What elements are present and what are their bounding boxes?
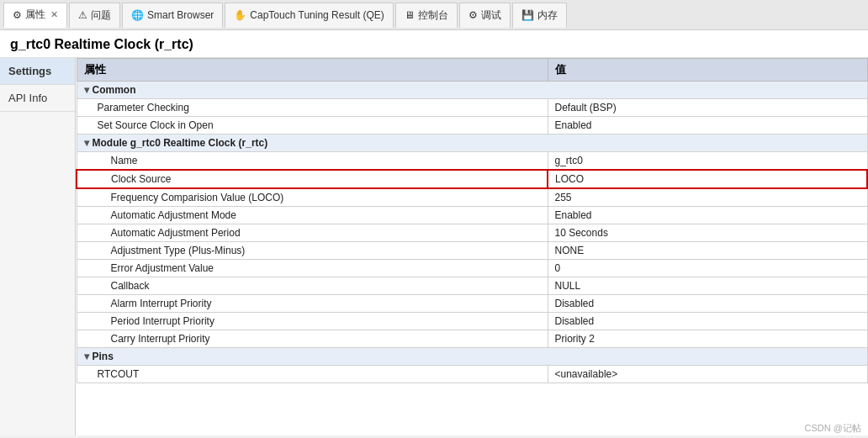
property-value: 255 bbox=[548, 188, 867, 207]
property-value: LOCO bbox=[548, 170, 867, 188]
table-row[interactable]: Error Adjustment Value0 bbox=[77, 260, 867, 277]
property-name: Adjustment Type (Plus-Minus) bbox=[77, 242, 548, 260]
table-row[interactable]: Parameter CheckingDefault (BSP) bbox=[77, 99, 867, 117]
table-row[interactable]: ▾Common bbox=[77, 82, 867, 99]
table-row[interactable]: Automatic Adjustment Period10 Seconds bbox=[77, 224, 867, 242]
tab-properties-label: 属性 bbox=[25, 8, 45, 22]
tab-console[interactable]: 🖥 控制台 bbox=[395, 3, 458, 28]
table-row[interactable]: Frequency Comparision Value (LOCO)255 bbox=[77, 188, 867, 207]
col2-header: 值 bbox=[548, 59, 867, 82]
tab-properties[interactable]: ⚙ 属性 ✕ bbox=[3, 3, 67, 28]
tab-close-button[interactable]: ✕ bbox=[50, 9, 58, 20]
debug-icon: ⚙ bbox=[468, 9, 478, 21]
table-row[interactable]: Nameg_rtc0 bbox=[77, 152, 867, 171]
property-name: Name bbox=[77, 152, 548, 171]
tab-captouch[interactable]: ✋ CapTouch Tuning Result (QE) bbox=[225, 3, 393, 28]
property-value: Enabled bbox=[548, 117, 867, 135]
table-row[interactable]: ▾Module g_rtc0 Realtime Clock (r_rtc) bbox=[77, 135, 867, 152]
table-row[interactable]: CallbackNULL bbox=[77, 277, 867, 295]
page-title: g_rtc0 Realtime Clock (r_rtc) bbox=[0, 30, 868, 58]
property-value: 10 Seconds bbox=[548, 224, 867, 242]
property-value: g_rtc0 bbox=[548, 152, 867, 171]
api-info-button[interactable]: API Info bbox=[0, 85, 75, 112]
section-label: ▾Pins bbox=[77, 348, 867, 366]
properties-table: 属性 值 ▾CommonParameter CheckingDefault (B… bbox=[76, 58, 868, 383]
col1-header: 属性 bbox=[77, 59, 548, 82]
section-label: ▾Common bbox=[77, 82, 867, 99]
property-name: Alarm Interrupt Priority bbox=[77, 295, 548, 313]
table-row[interactable]: Clock SourceLOCO bbox=[77, 170, 867, 188]
tab-smart-browser[interactable]: 🌐 Smart Browser bbox=[122, 3, 223, 28]
property-value: NONE bbox=[548, 242, 867, 260]
tab-debug[interactable]: ⚙ 调试 bbox=[459, 3, 511, 28]
console-icon: 🖥 bbox=[405, 9, 415, 21]
settings-button[interactable]: Settings bbox=[0, 58, 75, 85]
table-row[interactable]: RTCOUT<unavailable> bbox=[77, 366, 867, 383]
property-value: Priority 2 bbox=[548, 330, 867, 348]
tab-debug-label: 调试 bbox=[481, 8, 501, 23]
tab-problems-label: 问题 bbox=[91, 8, 111, 23]
problems-icon: ⚠ bbox=[78, 9, 87, 21]
property-name: Automatic Adjustment Period bbox=[77, 224, 548, 242]
property-name: Parameter Checking bbox=[77, 99, 548, 117]
tab-smart-browser-label: Smart Browser bbox=[147, 9, 214, 21]
table-row[interactable]: Alarm Interrupt PriorityDisabled bbox=[77, 295, 867, 313]
property-name: RTCOUT bbox=[77, 366, 548, 383]
property-name: Error Adjustment Value bbox=[77, 260, 548, 277]
section-label: ▾Module g_rtc0 Realtime Clock (r_rtc) bbox=[77, 135, 867, 152]
property-value: Default (BSP) bbox=[548, 99, 867, 117]
memory-icon: 💾 bbox=[521, 9, 534, 21]
tab-problems[interactable]: ⚠ 问题 bbox=[69, 3, 120, 28]
main-layout: Settings API Info 属性 值 ▾CommonParameter … bbox=[0, 58, 868, 435]
property-name: Automatic Adjustment Mode bbox=[77, 207, 548, 224]
watermark: CSDN @记帖 bbox=[805, 422, 861, 435]
table-row[interactable]: Period Interrupt PriorityDisabled bbox=[77, 313, 867, 330]
properties-container: 属性 值 ▾CommonParameter CheckingDefault (B… bbox=[76, 58, 868, 435]
properties-icon: ⚙ bbox=[13, 9, 22, 21]
property-value: Disabled bbox=[548, 295, 867, 313]
table-header-row: 属性 值 bbox=[77, 59, 867, 82]
table-row[interactable]: Carry Interrupt PriorityPriority 2 bbox=[77, 330, 867, 348]
tab-console-label: 控制台 bbox=[418, 8, 448, 23]
property-name: Set Source Clock in Open bbox=[77, 117, 548, 135]
property-name: Frequency Comparision Value (LOCO) bbox=[77, 188, 548, 207]
property-name: Carry Interrupt Priority bbox=[77, 330, 548, 348]
property-name: Clock Source bbox=[77, 170, 548, 188]
property-name: Period Interrupt Priority bbox=[77, 313, 548, 330]
property-value: <unavailable> bbox=[548, 366, 867, 383]
tab-memory-label: 内存 bbox=[537, 8, 558, 23]
table-row[interactable]: Automatic Adjustment ModeEnabled bbox=[77, 207, 867, 224]
property-name: Callback bbox=[77, 277, 548, 295]
tab-memory[interactable]: 💾 内存 bbox=[512, 3, 567, 28]
table-row[interactable]: ▾Pins bbox=[77, 348, 867, 366]
property-value: NULL bbox=[548, 277, 867, 295]
smart-browser-icon: 🌐 bbox=[131, 9, 144, 21]
tab-bar: ⚙ 属性 ✕ ⚠ 问题 🌐 Smart Browser ✋ CapTouch T… bbox=[0, 0, 868, 30]
table-row[interactable]: Set Source Clock in OpenEnabled bbox=[77, 117, 867, 135]
property-value: 0 bbox=[548, 260, 867, 277]
property-value: Enabled bbox=[548, 207, 867, 224]
captouch-icon: ✋ bbox=[234, 9, 246, 21]
tab-captouch-label: CapTouch Tuning Result (QE) bbox=[250, 9, 384, 21]
sidebar: Settings API Info bbox=[0, 58, 76, 435]
property-value: Disabled bbox=[548, 313, 867, 330]
table-row[interactable]: Adjustment Type (Plus-Minus)NONE bbox=[77, 242, 867, 260]
